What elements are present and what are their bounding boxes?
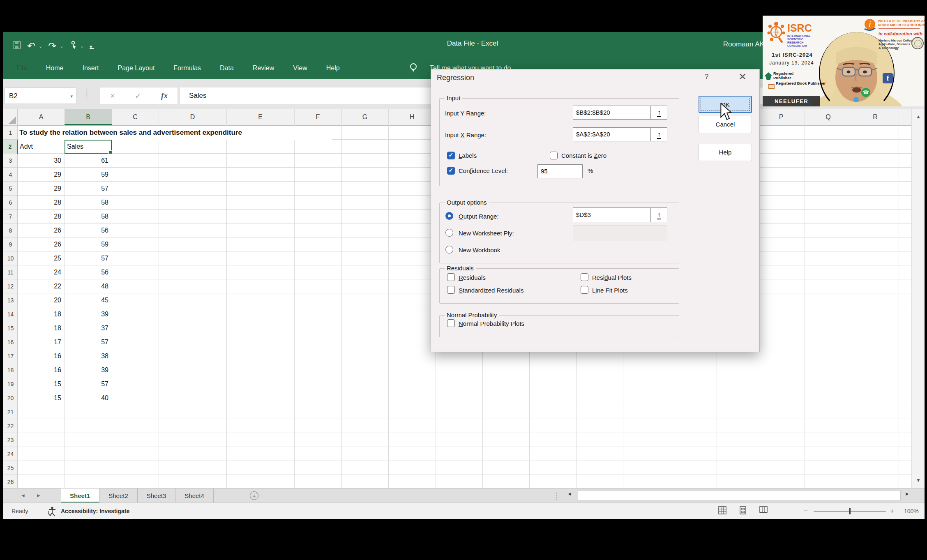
sheet-tab-sheet2[interactable]: Sheet2: [99, 489, 138, 503]
normal-probability-plots-checkbox[interactable]: [447, 319, 455, 327]
ribbon-tabs: File Home Insert Page Layout Formulas Da…: [12, 58, 349, 79]
sheet-tab-row: ◄ ► Sheet1Sheet2Sheet3Sheet4 + ⋮⋮ ◄ ►: [3, 488, 925, 502]
tab-view[interactable]: View: [284, 58, 316, 79]
help-button[interactable]: Help: [699, 144, 752, 161]
webcam-overlay: ISRC INTERNATIONALSCIENTIFIC RESEARCHCON…: [763, 16, 927, 106]
page-layout-view-icon[interactable]: [739, 506, 747, 516]
institute-name: INSTITUTE OF INDUSTRY ANDACADEMIC RESEAR…: [878, 19, 927, 27]
labels-checkbox[interactable]: [447, 152, 455, 159]
hscroll-left-icon[interactable]: ◄: [567, 491, 572, 497]
standardized-residuals-checkbox[interactable]: [447, 286, 455, 294]
input-x-range-picker-icon[interactable]: ↑: [651, 127, 667, 141]
screen: ↶⌄ ↷⌄ ⌄ ▾ Data File - Excel Roomaan AK F…: [0, 0, 927, 560]
letterbox-bottom: [0, 519, 927, 560]
confidence-level-label: Confidence Level:: [459, 167, 508, 174]
line-fit-plots-checkbox[interactable]: [581, 286, 588, 294]
horizontal-scrollbar-thumb[interactable]: [578, 490, 901, 501]
undo-dropdown-icon[interactable]: ⌄: [39, 44, 42, 49]
touch-mode-dropdown-icon[interactable]: ⌄: [80, 44, 84, 49]
tell-me-lightbulb-icon[interactable]: [409, 62, 418, 76]
dialog-close-icon[interactable]: ✕: [738, 71, 747, 83]
new-sheet-button[interactable]: +: [250, 491, 258, 500]
insert-function-icon[interactable]: fx: [161, 91, 168, 100]
dialog-help-icon[interactable]: ?: [705, 73, 708, 81]
output-range-field[interactable]: $D$3: [573, 207, 651, 222]
sheet-tabs: Sheet1Sheet2Sheet3Sheet4: [61, 489, 214, 503]
isrc-logo: [767, 21, 786, 48]
confirm-entry-icon[interactable]: ✓: [135, 91, 141, 101]
residuals-checkbox[interactable]: [447, 273, 455, 281]
input-group-label: Input: [445, 94, 462, 101]
institute-logo: i: [864, 18, 876, 32]
selected-cell-outline: [65, 140, 112, 154]
sheet-nav-right-icon[interactable]: ►: [36, 489, 41, 503]
isrc-subtitle: INTERNATIONALSCIENTIFIC RESEARCHCONSORTI…: [787, 35, 811, 48]
hscroll-right-icon[interactable]: ►: [905, 491, 910, 497]
input-y-range-picker-icon[interactable]: ↑: [651, 106, 667, 120]
college-seal: [911, 37, 924, 49]
new-worksheet-ply-field[interactable]: [573, 226, 667, 240]
output-range-radio[interactable]: [445, 212, 453, 220]
collaboration-line: in collaboration with: [879, 31, 922, 36]
tab-data[interactable]: Data: [210, 58, 243, 79]
constant-is-zero-checkbox[interactable]: [550, 152, 558, 159]
zoom-out-icon[interactable]: −: [804, 503, 808, 519]
name-box-dropdown-icon[interactable]: ▾: [70, 88, 73, 104]
tab-insert[interactable]: Insert: [73, 58, 108, 79]
residual-plots-checkbox[interactable]: [581, 273, 588, 281]
status-bar: Ready Accessibility: Investigate − + 100…: [3, 502, 925, 519]
input-x-range-field[interactable]: $A$2:$A$20: [573, 127, 651, 141]
zoom-in-icon[interactable]: +: [890, 503, 894, 519]
view-shortcuts: [718, 506, 768, 516]
cancel-entry-icon[interactable]: ×: [110, 91, 115, 101]
tab-file[interactable]: File: [12, 58, 37, 79]
name-box[interactable]: B2▾: [5, 88, 76, 104]
sheet-nav-left-icon[interactable]: ◄: [21, 489, 25, 503]
scroll-down-icon[interactable]: ▼: [912, 472, 925, 488]
new-worksheet-ply-radio[interactable]: [445, 229, 453, 237]
tab-help[interactable]: Help: [317, 58, 349, 79]
constant-is-zero-label: Constant is Zero: [561, 152, 606, 159]
page-break-view-icon[interactable]: [759, 506, 768, 516]
confidence-level-checkbox[interactable]: [447, 167, 455, 175]
undo-icon[interactable]: ↶: [27, 40, 35, 52]
residuals-group: Residuals: [439, 268, 679, 304]
scroll-up-icon[interactable]: ▲: [912, 109, 925, 124]
tab-review[interactable]: Review: [243, 58, 284, 79]
tab-formulas[interactable]: Formulas: [164, 58, 210, 79]
sheet-tab-sheet4[interactable]: Sheet4: [175, 489, 214, 503]
residuals-label: Residuals: [459, 274, 486, 281]
letterbox-right: [925, 0, 927, 560]
redo-icon[interactable]: ↷: [48, 40, 56, 52]
accessibility-status[interactable]: Accessibility: Investigate: [61, 503, 129, 519]
output-range-picker-icon[interactable]: ↑: [651, 207, 667, 222]
input-y-range-field[interactable]: $B$2:$B$20: [573, 106, 651, 120]
output-range-label: Output Range:: [459, 213, 499, 220]
ready-status: Ready: [12, 503, 28, 519]
vertical-scrollbar[interactable]: ▲ ▼: [911, 109, 925, 488]
event-line: 1st ISRC-2024: [772, 52, 813, 58]
isrc-acronym: ISRC: [787, 22, 812, 34]
fill-handle[interactable]: [108, 150, 112, 154]
regression-dialog: Regression ? ✕ Input Input Y Range: $B$2…: [431, 69, 760, 352]
residuals-group-label: Residuals: [445, 265, 476, 272]
tab-scroll-split-handle[interactable]: ⋮⋮: [554, 492, 559, 499]
registered-publisher-badge: RegisteredPublisher: [773, 71, 793, 80]
normal-view-icon[interactable]: [718, 506, 726, 516]
customize-qat-icon[interactable]: ▾: [90, 44, 94, 49]
sheet-tab-sheet1[interactable]: Sheet1: [61, 489, 99, 503]
zoom-level[interactable]: 100%: [904, 503, 919, 519]
zoom-slider-thumb[interactable]: [849, 508, 851, 514]
redo-dropdown-icon[interactable]: ⌄: [60, 44, 63, 49]
sheet-tab-sheet3[interactable]: Sheet3: [138, 489, 176, 503]
tab-home[interactable]: Home: [37, 58, 73, 79]
select-all-corner[interactable]: [3, 109, 18, 126]
save-icon[interactable]: [12, 41, 21, 51]
signed-in-user[interactable]: Roomaan AK: [699, 40, 764, 48]
registered-publisher-icon: [765, 72, 772, 81]
new-workbook-radio[interactable]: [445, 246, 453, 253]
dialog-title: Regression: [437, 74, 474, 82]
confidence-level-field[interactable]: 95: [537, 164, 583, 178]
touch-mode-icon[interactable]: [69, 41, 77, 51]
tab-page-layout[interactable]: Page Layout: [108, 58, 164, 79]
